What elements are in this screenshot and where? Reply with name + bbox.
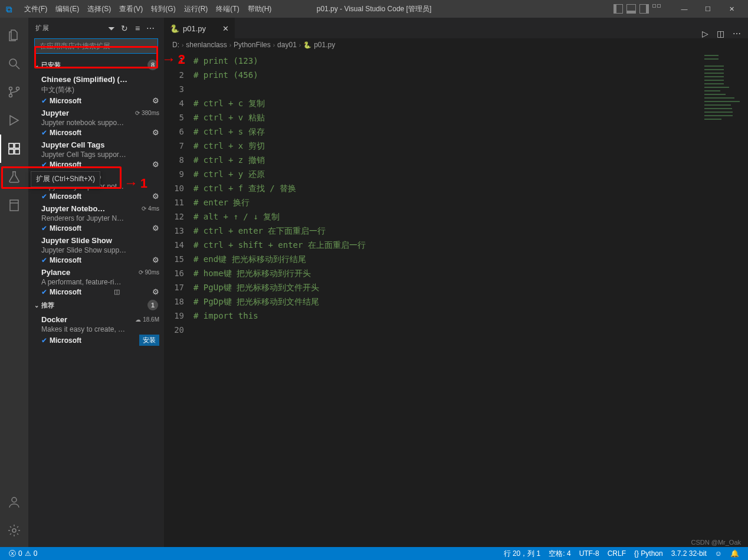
extension-item[interactable]: Pylance ⟳ 90ms A performant, feature-ri……: [28, 266, 164, 297]
editor-more-icon[interactable]: ⋯: [733, 29, 741, 38]
menu-view[interactable]: 查看(V): [115, 4, 147, 14]
gear-icon[interactable]: ⚙: [152, 192, 159, 201]
breadcrumb-item[interactable]: day01: [277, 41, 297, 49]
extension-publisher: Microsoft: [50, 336, 81, 345]
verified-icon: ✔: [41, 336, 47, 345]
activity-run-debug[interactable]: [0, 106, 28, 135]
extension-name: Pylance: [41, 268, 139, 277]
split-editor-icon[interactable]: ◫: [717, 29, 724, 38]
gear-icon: [7, 523, 21, 538]
status-eol[interactable]: CRLF: [603, 549, 630, 559]
extension-item[interactable]: Chinese (Simplified) (… 中文(简体) ✔ Microso…: [28, 73, 164, 106]
menu-help[interactable]: 帮助(H): [244, 4, 276, 14]
tab-p01[interactable]: 🐍 p01.py ✕: [164, 18, 235, 38]
extension-name: Docker: [41, 315, 135, 324]
extension-desc: 中文(简体): [41, 85, 159, 95]
extension-meta: ⟳ 90ms: [139, 269, 159, 276]
editor-body[interactable]: 1234567891011121314151617181920 # print …: [164, 51, 748, 547]
extension-name: Jupyter: [41, 109, 135, 117]
activity-scm[interactable]: [0, 78, 28, 106]
activity-accounts[interactable]: [0, 488, 28, 516]
activity-extensions[interactable]: [0, 135, 28, 163]
extension-search-box[interactable]: [34, 38, 158, 54]
branch-icon: [7, 85, 21, 99]
status-feedback-icon[interactable]: ☺: [711, 549, 726, 559]
extension-item[interactable]: Jupyter Cell Tags Jupyter Cell Tags supp…: [28, 138, 164, 170]
extension-publisher: Microsoft: [50, 224, 81, 232]
verified-icon: ✔: [41, 288, 47, 296]
gear-icon[interactable]: ⚙: [152, 256, 159, 264]
filter-icon[interactable]: ⏷: [105, 24, 118, 33]
menu-edit[interactable]: 编辑(E): [51, 4, 83, 14]
chevron-down-icon: ⌄: [34, 302, 39, 309]
install-button[interactable]: 安装: [139, 335, 159, 346]
breadcrumb-item[interactable]: shenlanclass: [186, 41, 227, 49]
extension-item[interactable]: Jupyter Notebo… ⟳ 4ms Renderers for Jupy…: [28, 202, 164, 234]
gear-icon[interactable]: ⚙: [152, 224, 159, 232]
toggle-sidebar-icon[interactable]: [614, 4, 623, 14]
extension-search-input[interactable]: [35, 39, 158, 53]
section-recommended-header[interactable]: ⌄ 推荐 1: [28, 297, 164, 313]
installed-count-badge: 8: [147, 60, 158, 70]
extension-meta: ⟳ 380ms: [135, 110, 159, 116]
svg-point-3: [9, 94, 12, 97]
toggle-secondary-icon[interactable]: [639, 4, 649, 14]
gear-icon[interactable]: ⚙: [152, 160, 159, 169]
breadcrumb-item[interactable]: PythonFiles: [234, 41, 271, 49]
customize-layout-icon[interactable]: [652, 4, 662, 14]
editor-area: 🐍 p01.py ✕ ▷ ◫ ⋯ D:› shenlanclass› Pytho…: [164, 18, 748, 547]
extension-desc: Jupyter Slide Show supp…: [41, 246, 159, 254]
menu-selection[interactable]: 选择(S): [83, 4, 115, 14]
window-close[interactable]: ✕: [720, 0, 743, 18]
activity-search[interactable]: [0, 50, 28, 78]
activity-jupyter[interactable]: [0, 191, 28, 220]
breadcrumb[interactable]: D:› shenlanclass› PythonFiles› day01› 🐍 …: [164, 38, 748, 51]
code-content[interactable]: # print (123)# print (456) # ctrl + c 复制…: [193, 51, 748, 547]
extension-item[interactable]: Jupyter ⟳ 380ms Jupyter notebook suppo… …: [28, 106, 164, 138]
clear-icon[interactable]: ≡: [131, 24, 144, 33]
breadcrumb-item[interactable]: D:: [172, 41, 179, 49]
extension-desc: Makes it easy to create, …: [41, 325, 159, 333]
more-icon[interactable]: ⋯: [144, 24, 157, 33]
window-minimize[interactable]: —: [672, 0, 696, 18]
refresh-icon[interactable]: ↻: [118, 24, 131, 33]
run-file-icon[interactable]: ▷: [702, 29, 708, 38]
gear-icon[interactable]: ⚙: [152, 96, 159, 105]
extensions-sidebar: 扩展 ⏷ ↻ ≡ ⋯ ⌄ 已安装 8 Chinese (Simplified) …: [28, 18, 164, 547]
status-encoding[interactable]: UTF-8: [575, 549, 603, 559]
status-spaces[interactable]: 空格: 4: [544, 549, 575, 559]
minimap[interactable]: [704, 55, 740, 126]
watermark: CSDN @Mr_Oak: [691, 539, 741, 546]
split-icon[interactable]: ◫: [113, 288, 121, 296]
error-icon: ⓧ: [9, 549, 16, 559]
status-cursor[interactable]: 行 20，列 1: [500, 549, 545, 559]
menu-run[interactable]: 运行(R): [180, 4, 212, 14]
extension-item[interactable]: Jupyter Slide Show Jupyter Slide Show su…: [28, 234, 164, 266]
status-language[interactable]: {} Python: [630, 549, 667, 559]
menu-terminal[interactable]: 终端(T): [212, 4, 243, 14]
breadcrumb-item[interactable]: p01.py: [314, 41, 335, 49]
status-bar: ⓧ0 ⚠0 行 20，列 1 空格: 4 UTF-8 CRLF {} Pytho…: [0, 547, 748, 560]
extension-desc: Jupyter notebook suppo…: [41, 119, 159, 127]
activity-settings[interactable]: [0, 516, 28, 545]
status-errors[interactable]: ⓧ0 ⚠0: [5, 549, 41, 559]
gear-icon[interactable]: ⚙: [152, 128, 159, 137]
menu-file[interactable]: 文件(F): [20, 4, 51, 14]
activity-testing[interactable]: [0, 163, 28, 191]
status-interpreter[interactable]: 3.7.2 32-bit: [667, 549, 711, 559]
toggle-panel-icon[interactable]: [626, 4, 636, 14]
extension-publisher: Microsoft: [50, 129, 81, 137]
section-installed-header[interactable]: ⌄ 已安装 8: [28, 57, 164, 73]
menu-go[interactable]: 转到(G): [147, 4, 179, 14]
menu: 文件(F) 编辑(E) 选择(S) 查看(V) 转到(G) 运行(R) 终端(T…: [20, 4, 275, 14]
window-maximize[interactable]: ☐: [696, 0, 720, 18]
extension-list[interactable]: Chinese (Simplified) (… 中文(简体) ✔ Microso…: [28, 73, 164, 547]
gear-icon[interactable]: ⚙: [152, 287, 159, 296]
extension-name: Jupyter Slide Show: [41, 236, 159, 245]
status-notifications-icon[interactable]: 🔔: [726, 549, 743, 559]
svg-rect-8: [15, 143, 19, 148]
activity-explorer[interactable]: [0, 21, 28, 50]
extension-item[interactable]: Docker ☁ 18.6M Makes it easy to create, …: [28, 313, 164, 347]
tab-close-icon[interactable]: ✕: [222, 24, 229, 33]
extension-meta: ☁ 18.6M: [135, 316, 159, 323]
